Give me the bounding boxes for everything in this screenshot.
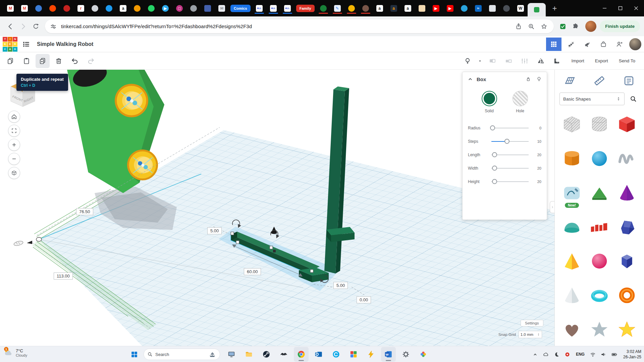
slider-knob[interactable] [492, 152, 497, 157]
shape-half-sphere[interactable] [559, 212, 585, 242]
tab-blue-face[interactable] [457, 2, 471, 15]
tab-youtube[interactable]: ▶ [429, 2, 443, 15]
shape-category-select[interactable]: Basic Shapes [559, 93, 625, 105]
tab-all-2[interactable]: ALL [266, 2, 280, 15]
reddot-icon[interactable] [563, 350, 572, 359]
minus-view-button[interactable] [8, 153, 20, 165]
weather-widget[interactable]: 1 7°C Cloudy [3, 348, 27, 358]
tab-gray-circle[interactable] [88, 2, 102, 15]
import-button[interactable]: Import [566, 54, 589, 68]
tab-gmail-2[interactable]: M [17, 2, 32, 15]
design-menu-icon[interactable] [20, 38, 32, 50]
shape-box-hole[interactable] [559, 109, 585, 139]
tab-amazon-dark[interactable]: a [387, 2, 401, 15]
length-slider[interactable] [491, 155, 529, 155]
measure-icon[interactable] [550, 54, 564, 68]
shape-heart[interactable] [559, 314, 585, 345]
persp-view-button[interactable] [8, 167, 20, 179]
export-button[interactable]: Export [590, 54, 613, 68]
tab-gray-2[interactable] [186, 2, 201, 15]
forward-icon[interactable] [17, 20, 30, 33]
tab-all-1[interactable]: ALL [252, 2, 266, 15]
tab-linkedin[interactable]: in [471, 2, 485, 15]
puzzle-icon[interactable] [569, 20, 582, 33]
tab-telegram[interactable]: ▶ [158, 2, 172, 15]
shape-box[interactable] [614, 109, 640, 139]
lock-icon[interactable] [525, 76, 531, 82]
personplus-icon[interactable] [613, 38, 626, 51]
taskbar-skype[interactable] [329, 347, 343, 362]
tab-orange-circle[interactable] [130, 2, 144, 15]
shape-paraboloid[interactable] [586, 246, 612, 276]
tab-mail[interactable]: ✉ [215, 2, 229, 15]
shape-roof[interactable] [586, 178, 612, 208]
hole-option[interactable]: Hole [513, 91, 528, 113]
tab-cream[interactable] [415, 2, 429, 15]
tab-all-3[interactable]: ALL [280, 2, 294, 15]
tab-pencil[interactable]: ✎ [330, 2, 344, 15]
undo-icon[interactable] [68, 54, 82, 68]
redo-icon[interactable] [84, 54, 98, 68]
home-view-button[interactable] [8, 111, 20, 123]
slider-knob[interactable] [492, 166, 497, 171]
taskbar-explorer[interactable] [241, 347, 256, 362]
shape-torus[interactable] [586, 280, 612, 310]
taskbar-steam[interactable] [259, 347, 274, 362]
reload-icon[interactable] [30, 20, 42, 33]
dropdown-caret-icon[interactable] [477, 54, 483, 68]
tab-compass[interactable] [32, 2, 46, 15]
tab-bird[interactable] [102, 2, 116, 15]
tab-dark[interactable] [499, 2, 514, 15]
account-avatar[interactable] [629, 38, 641, 50]
duplicate-icon[interactable] [36, 54, 50, 68]
slider-knob[interactable] [490, 125, 495, 130]
rulerp-icon[interactable] [593, 74, 606, 87]
shape-sphere[interactable] [586, 143, 612, 174]
shape-star-gray[interactable] [586, 314, 612, 345]
tinkercad-logo[interactable]: TINKERCAD [3, 37, 17, 52]
collapse-inspector-icon[interactable] [467, 76, 473, 82]
browser-profile-avatar[interactable] [585, 21, 596, 32]
address-bar[interactable]: tinkercad.com/things/dSAlcWYfFPe/edit?re… [45, 19, 554, 33]
taskbar-search[interactable]: Search [144, 349, 220, 360]
wifi-icon[interactable] [589, 350, 597, 359]
tab-gmail[interactable]: M [3, 2, 17, 15]
tab-whatsapp[interactable] [144, 2, 158, 15]
dim-label[interactable]: 60.00 [244, 268, 261, 275]
tab-blue-sq[interactable] [201, 2, 215, 15]
bag-icon[interactable] [597, 38, 610, 51]
shape-cylinder[interactable] [559, 143, 585, 174]
taskbar-chrome[interactable] [294, 347, 309, 362]
finish-update-button[interactable]: Finish update [600, 20, 640, 32]
taskbar-word[interactable]: W [381, 347, 396, 362]
snap-grid-select[interactable]: 1.0 mm [519, 331, 542, 338]
bulb-icon[interactable] [461, 54, 475, 68]
taskbar-wings[interactable] [276, 347, 291, 362]
3d-canvas[interactable]: 76.50 113.00 5.00 60.00 5.00 0.00 FRONT … [0, 70, 554, 346]
ungroup-icon[interactable] [501, 54, 516, 68]
plus-view-button[interactable] [8, 139, 20, 151]
tab-amazon-3[interactable]: a [401, 2, 415, 15]
taskbar-zap[interactable] [364, 347, 378, 362]
notes-icon[interactable] [623, 74, 635, 87]
dim-label[interactable]: 0.00 [357, 296, 371, 303]
taskbar-officegrid[interactable] [346, 347, 361, 362]
slider-knob[interactable] [504, 139, 509, 144]
design-title[interactable]: Simple Walking Robot [37, 41, 93, 47]
shape-scribble-new[interactable]: New! [559, 178, 585, 208]
cloud-icon[interactable] [542, 350, 550, 359]
taskbar-photos[interactable] [416, 347, 431, 362]
taskbar-monitor[interactable] [224, 347, 239, 362]
slider-knob[interactable] [492, 179, 497, 184]
steps-slider[interactable] [491, 141, 529, 142]
group-icon[interactable] [485, 54, 499, 68]
url-text[interactable]: tinkercad.com/things/dSAlcWYfFPe/edit?re… [61, 23, 512, 29]
tab-green[interactable] [316, 2, 330, 15]
settings-button[interactable]: Settings [521, 320, 543, 326]
window-close-button[interactable] [628, 0, 644, 16]
tab-reddit[interactable] [46, 2, 60, 15]
copy-icon[interactable] [3, 54, 17, 68]
board-icon[interactable] [564, 74, 576, 87]
shape-cone-gray[interactable] [559, 280, 585, 310]
blocks-view-button[interactable] [546, 38, 561, 51]
